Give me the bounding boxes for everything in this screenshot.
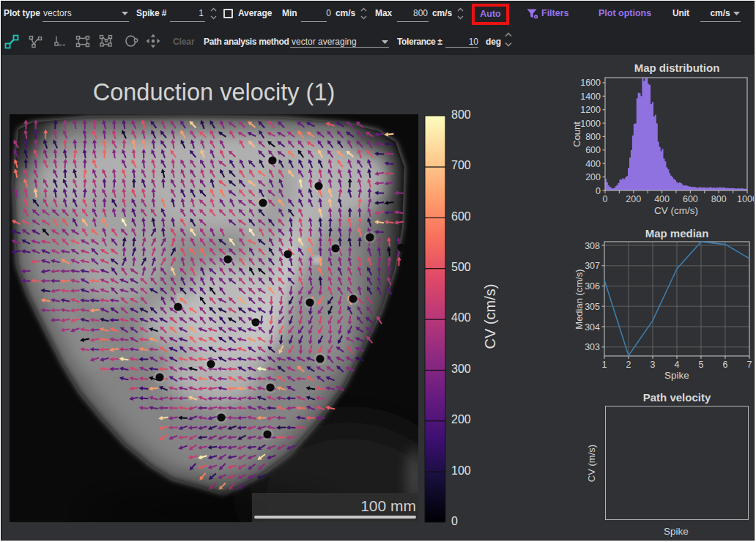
svg-text:400: 400 — [654, 194, 670, 204]
svg-text:800: 800 — [585, 132, 601, 142]
svg-text:1400: 1400 — [580, 92, 601, 102]
svg-text:0: 0 — [603, 194, 608, 204]
svg-text:0: 0 — [596, 186, 601, 196]
svg-text:Spike: Spike — [664, 370, 689, 381]
svg-text:600: 600 — [585, 145, 601, 155]
svg-text:CV (cm/s): CV (cm/s) — [654, 205, 698, 216]
svg-text:307: 307 — [585, 261, 600, 271]
svg-text:6: 6 — [723, 360, 728, 370]
svg-text:200: 200 — [585, 172, 601, 182]
svg-text:400: 400 — [585, 159, 601, 169]
svg-text:2: 2 — [626, 360, 631, 370]
svg-text:600: 600 — [683, 194, 698, 204]
svg-text:1000: 1000 — [737, 194, 754, 204]
svg-text:306: 306 — [585, 281, 600, 292]
svg-text:1200: 1200 — [580, 105, 601, 115]
svg-text:200: 200 — [626, 194, 641, 204]
svg-text:800: 800 — [711, 194, 727, 204]
svg-text:4: 4 — [675, 360, 680, 370]
svg-text:1000: 1000 — [580, 119, 601, 129]
svg-text:1: 1 — [602, 360, 607, 370]
svg-text:3: 3 — [651, 360, 656, 370]
svg-text:305: 305 — [585, 302, 600, 312]
svg-text:5: 5 — [699, 360, 704, 370]
svg-text:304: 304 — [585, 322, 600, 333]
svg-text:7: 7 — [747, 360, 752, 370]
svg-text:303: 303 — [585, 342, 600, 352]
svg-text:308: 308 — [585, 241, 600, 251]
svg-text:1600: 1600 — [580, 78, 601, 88]
svg-text:100 mm: 100 mm — [360, 497, 416, 514]
